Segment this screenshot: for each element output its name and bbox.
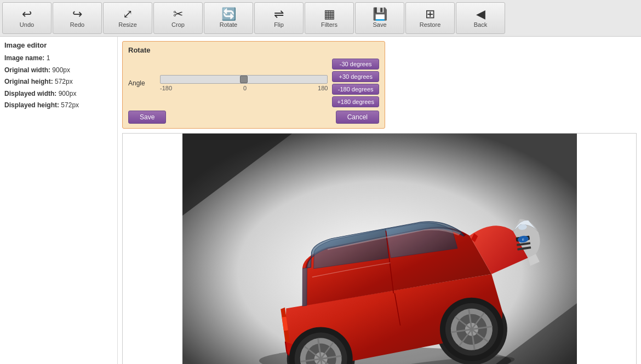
rotate-panel-title: Rotate: [128, 46, 379, 54]
crop-button[interactable]: ✂ Crop: [153, 2, 203, 34]
angle-slider[interactable]: [160, 75, 328, 84]
plus180-button[interactable]: +180 degrees: [332, 96, 379, 107]
original-width-value: 900px: [52, 66, 70, 74]
content-area: Image editor Image name: 1 Original widt…: [0, 37, 641, 364]
resize-label: Resize: [118, 21, 137, 28]
save-label: Save: [373, 21, 386, 28]
car-image: F: [182, 134, 577, 364]
displayed-width-label: Displayed width:: [4, 90, 56, 97]
back-label: Back: [474, 21, 487, 28]
crop-icon: ✂: [173, 8, 183, 20]
displayed-height-label: Displayed height:: [4, 101, 59, 109]
slider-labels: -180 0 180: [160, 85, 328, 91]
resize-icon: ⤢: [123, 8, 133, 20]
minus180-button[interactable]: -180 degrees: [332, 84, 379, 95]
rotate-save-button[interactable]: Save: [128, 111, 166, 124]
slider-label-center: 0: [243, 85, 247, 91]
sidebar-info: Image name: 1 Original width: 900px Orig…: [4, 53, 113, 112]
rotate-button[interactable]: 🔄 Rotate: [204, 2, 253, 34]
flip-button[interactable]: ⇌ Flip: [254, 2, 304, 34]
minus30-button[interactable]: -30 degrees: [332, 59, 379, 70]
undo-icon: ↩: [22, 8, 32, 20]
angle-label: Angle: [128, 79, 156, 87]
flip-label: Flip: [274, 21, 284, 28]
restore-button[interactable]: ⊞ Restore: [405, 2, 455, 34]
flip-icon: ⇌: [274, 8, 284, 20]
restore-label: Restore: [420, 21, 441, 28]
redo-icon: ↪: [72, 8, 82, 20]
rotate-icon: 🔄: [221, 8, 236, 20]
filters-label: Filters: [321, 21, 337, 28]
sidebar: Image editor Image name: 1 Original widt…: [0, 37, 118, 364]
save-toolbar-button[interactable]: 💾 Save: [355, 2, 404, 34]
angle-slider-container: -180 0 180: [160, 75, 328, 91]
displayed-height-row: Displayed height: 572px: [4, 100, 113, 112]
original-height-value: 572px: [55, 78, 73, 85]
redo-label: Redo: [70, 21, 84, 28]
image-name-label: Image name:: [4, 54, 44, 62]
main-panel: Rotate Angle -180 0 180 -30 degrees +30 …: [118, 37, 641, 364]
degree-buttons: -30 degrees +30 degrees -180 degrees +18…: [332, 59, 379, 107]
redo-button[interactable]: ↪ Redo: [53, 2, 102, 34]
image-name-row: Image name: 1: [4, 53, 113, 65]
undo-button[interactable]: ↩ Undo: [2, 2, 51, 34]
restore-icon: ⊞: [425, 8, 435, 20]
save-icon: 💾: [373, 8, 387, 20]
car-svg: F: [182, 134, 577, 364]
original-width-row: Original width: 900px: [4, 65, 113, 77]
original-width-label: Original width:: [4, 66, 50, 74]
app-container: ↩ Undo ↪ Redo ⤢ Resize ✂ Crop 🔄 Rotate ⇌…: [0, 0, 641, 364]
undo-label: Undo: [20, 21, 34, 28]
slider-label-right: 180: [318, 85, 328, 91]
original-height-label: Original height:: [4, 78, 53, 85]
original-height-row: Original height: 572px: [4, 76, 113, 88]
back-button[interactable]: ◀ Back: [456, 2, 505, 34]
filters-icon: ▦: [324, 8, 335, 20]
plus30-button[interactable]: +30 degrees: [332, 71, 379, 82]
displayed-width-row: Displayed width: 900px: [4, 88, 113, 100]
slider-label-left: -180: [160, 85, 172, 91]
angle-row: Angle -180 0 180 -30 degrees +30 degrees…: [128, 59, 379, 107]
app-title: Image editor: [4, 41, 113, 49]
toolbar: ↩ Undo ↪ Redo ⤢ Resize ✂ Crop 🔄 Rotate ⇌…: [0, 0, 641, 37]
filters-button[interactable]: ▦ Filters: [305, 2, 354, 34]
rotate-panel: Rotate Angle -180 0 180 -30 degrees +30 …: [122, 41, 385, 129]
rotate-label: Rotate: [220, 21, 237, 28]
rotate-cancel-button[interactable]: Cancel: [336, 111, 379, 124]
crop-label: Crop: [171, 21, 185, 28]
rotate-actions: Save Cancel: [128, 111, 379, 124]
back-icon: ◀: [476, 8, 485, 20]
image-container: F: [122, 133, 637, 364]
image-name-value: 1: [47, 54, 50, 62]
displayed-width-value: 900px: [59, 90, 77, 97]
displayed-height-value: 572px: [61, 101, 79, 109]
resize-button[interactable]: ⤢ Resize: [103, 2, 152, 34]
